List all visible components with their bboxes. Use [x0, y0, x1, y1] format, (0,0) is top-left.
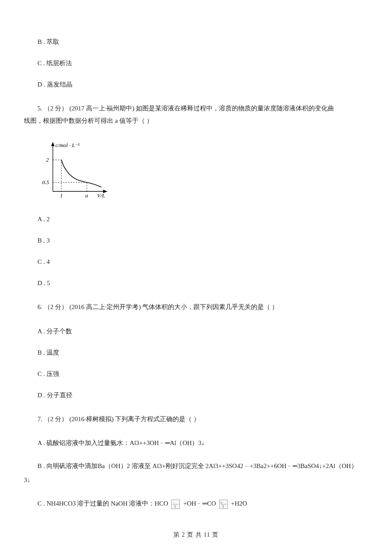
ytick-2: 2: [46, 156, 49, 163]
q7-option-c: C . NH4HCO3 溶于过量的 NaOH 溶液中：HCO - 3 +OH﹣═…: [37, 498, 368, 509]
chart-x-label: V/L: [97, 192, 105, 199]
q7-option-c-mid: +OH﹣═CO: [183, 500, 217, 507]
dilution-chart: c/mol · L⁻¹ V/L 2 0.5 1 a: [38, 139, 111, 203]
q6-option-a: A . 分子个数: [37, 326, 368, 336]
q7-option-a: A . 硫酸铝溶液中加入过量氨水：Al3++3OH﹣═Al（OH）3↓: [37, 438, 368, 448]
chart-y-label: c/mol · L⁻¹: [55, 142, 80, 148]
q5-option-c: C . 4: [37, 257, 368, 267]
svg-text:3: 3: [222, 504, 224, 509]
q5-option-d: D . 5: [37, 278, 368, 288]
chart-svg: c/mol · L⁻¹ V/L 2 0.5 1 a: [38, 139, 110, 201]
prev-option-d: D . 蒸发结晶: [37, 79, 368, 90]
q6-option-d: D . 分子直径: [37, 390, 368, 400]
question-7: 7. （2 分） (2016·樟树模拟) 下列离子方程式正确的是（ ）: [37, 413, 368, 425]
ion-fragment-hco3-icon: - 3: [171, 500, 180, 509]
q5-option-a: A . 2: [37, 214, 368, 224]
prev-option-c: C . 纸层析法: [37, 58, 368, 68]
q7-option-b-line1: B . 向明矾溶液中滴加Ba（OH）2 溶液至 Al3+刚好沉淀完全 2Al3+…: [37, 462, 357, 469]
q7-option-c-post: +H2O: [231, 500, 247, 507]
svg-text:2-: 2-: [220, 501, 223, 504]
question-6-text: 6. （2 分） (2016 高二上·定州开学考) 气体体积的大小，跟下列因素几…: [37, 304, 278, 310]
page-footer: 第 2 页 共 11 页: [0, 531, 392, 539]
ion-fragment-co3-icon: 2- 3: [219, 500, 228, 509]
svg-marker-1: [51, 142, 55, 146]
ytick-0p5: 0.5: [42, 179, 49, 185]
q7-option-c-pre: C . NH4HCO3 溶于过量的 NaOH 溶液中：HCO: [37, 500, 170, 507]
document-page: B . 萃取 C . 纸层析法 D . 蒸发结晶 5. （2 分） (2017 …: [0, 0, 392, 555]
question-5: 5. （2 分） (2017 高一上·福州期中) 如图是某溶液在稀释过程中，溶质…: [37, 102, 368, 127]
q6-option-b: B . 温度: [37, 347, 368, 358]
q7-option-b-line2: 3↓: [24, 477, 30, 483]
xtick-a: a: [85, 192, 88, 199]
question-6: 6. （2 分） (2016 高二上·定州开学考) 气体体积的大小，跟下列因素几…: [37, 301, 368, 313]
q5-option-b: B . 3: [37, 235, 368, 246]
page-number: 第 2 页 共 11 页: [173, 532, 219, 538]
svg-text:3: 3: [174, 504, 176, 509]
prev-option-b: B . 萃取: [37, 37, 368, 47]
question-7-text: 7. （2 分） (2016·樟树模拟) 下列离子方程式正确的是（ ）: [37, 416, 200, 422]
svg-text:-: -: [173, 501, 174, 504]
q7-option-b: B . 向明矾溶液中滴加Ba（OH）2 溶液至 Al3+刚好沉淀完全 2Al3+…: [37, 459, 368, 487]
question-5-text-line1: 5. （2 分） (2017 高一上·福州期中) 如图是某溶液在稀释过程中，溶质…: [37, 105, 334, 112]
q6-option-c: C . 压强: [37, 369, 368, 379]
question-5-text-line2: 线图，根据图中数据分析可得出 a 值等于（ ）: [24, 117, 153, 124]
xtick-1: 1: [60, 192, 63, 199]
